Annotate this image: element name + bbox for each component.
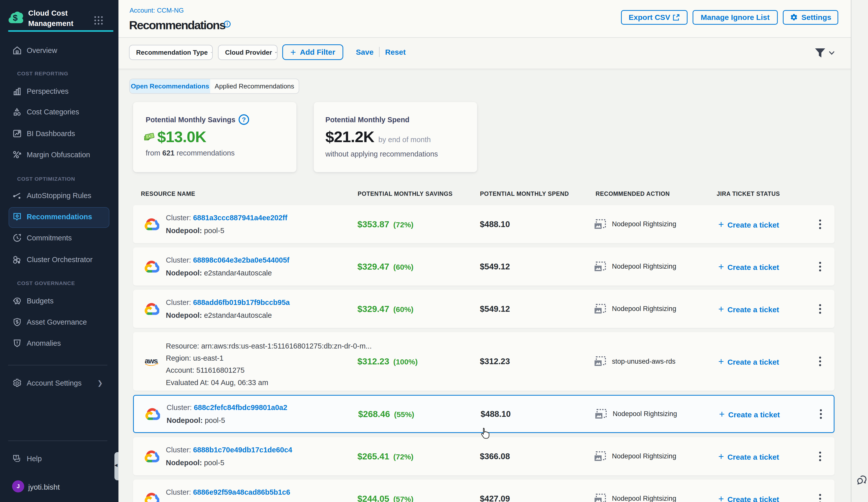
svg-text:$: $ [13, 13, 18, 22]
svg-text:?: ? [15, 455, 17, 459]
svg-text:?: ? [242, 116, 246, 123]
svg-text:aws: aws [145, 357, 158, 365]
